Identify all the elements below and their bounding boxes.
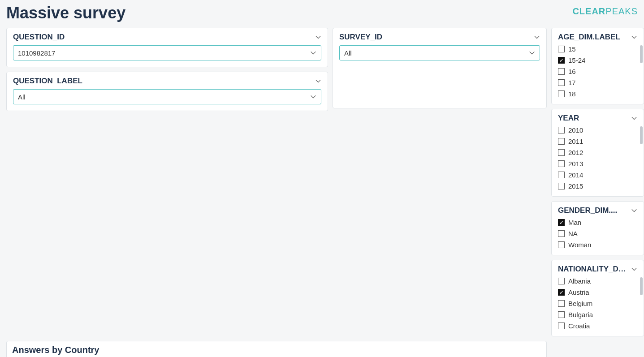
checkbox[interactable] [558, 311, 565, 318]
checkbox[interactable] [558, 183, 565, 189]
checkbox[interactable] [558, 278, 565, 284]
select-value: All [18, 93, 26, 101]
facet-option-label: Woman [568, 241, 591, 249]
checkbox[interactable] [558, 138, 565, 145]
select-value: 1010982817 [18, 49, 55, 57]
chevron-down-icon[interactable] [534, 34, 540, 40]
checkbox[interactable] [558, 323, 565, 329]
facet-option[interactable]: 2012 [558, 149, 637, 156]
filter-question-label: QUESTION_LABEL All [6, 72, 328, 111]
facet-option-label: 18 [568, 90, 576, 98]
question-id-select[interactable]: 1010982817 [13, 45, 321, 60]
facet-option-label: 16 [568, 68, 576, 75]
facet-option-label: Croatia [568, 322, 590, 330]
chevron-down-icon[interactable] [631, 34, 637, 40]
filter-survey-id: SURVEY_ID All [333, 28, 547, 108]
facet-option[interactable]: Bulgaria [558, 311, 637, 318]
facet-option-label: 2011 [568, 138, 583, 145]
facet-option-label: Man [568, 219, 581, 226]
checkbox[interactable] [558, 241, 565, 248]
scrollbar-thumb[interactable] [640, 45, 643, 63]
checkbox[interactable] [558, 300, 565, 307]
facet-nationality: NATIONALITY_D… Albania✓AustriaBelgiumBul… [551, 260, 644, 336]
checkbox[interactable] [558, 68, 565, 75]
facet-option-label: Bulgaria [568, 311, 593, 318]
select-value: All [344, 49, 352, 57]
chevron-down-icon[interactable] [315, 78, 321, 84]
checkbox[interactable] [558, 90, 565, 97]
chevron-down-icon[interactable] [631, 115, 637, 121]
facet-option-label: 15 [568, 45, 576, 53]
facet-option[interactable]: Belgium [558, 300, 637, 307]
checkbox[interactable] [558, 149, 565, 156]
facet-option[interactable]: Croatia [558, 322, 637, 330]
facet-option-label: 15-24 [568, 56, 585, 64]
facet-option[interactable]: NA [558, 230, 637, 237]
scrollbar-thumb[interactable] [640, 126, 643, 144]
checkbox[interactable] [558, 172, 565, 178]
chevron-down-icon[interactable] [631, 207, 637, 214]
filter-label: QUESTION_ID [13, 33, 65, 42]
chevron-down-icon [310, 50, 316, 56]
facet-option[interactable]: 2013 [558, 160, 637, 168]
filter-label: QUESTION_LABEL [13, 77, 82, 86]
facet-age: AGE_DIM.LABEL 15✓15-24161718 [551, 28, 644, 104]
facet-option-label: NA [568, 230, 578, 237]
facet-option-label: 2010 [568, 126, 583, 134]
chevron-down-icon [529, 50, 535, 56]
checkbox[interactable] [558, 79, 565, 86]
facet-option-label: 2012 [568, 149, 583, 156]
facet-option-label: Belgium [568, 300, 592, 307]
question-label-select[interactable]: All [13, 89, 321, 104]
facet-option[interactable]: ✓Man [558, 219, 637, 226]
facet-title: NATIONALITY_D… [558, 265, 626, 274]
facet-option[interactable]: Woman [558, 241, 637, 249]
facet-option-label: 2014 [568, 171, 583, 179]
facet-option[interactable]: 17 [558, 79, 637, 86]
facet-year: YEAR 201020112012201320142015 [551, 109, 644, 197]
facet-option[interactable]: 18 [558, 90, 637, 98]
facet-option[interactable]: Albania [558, 277, 637, 285]
checkbox[interactable] [558, 127, 565, 133]
facet-option-label: 17 [568, 79, 576, 86]
facet-option[interactable]: 15 [558, 45, 637, 53]
facet-option-label: Austria [568, 288, 589, 296]
checkbox[interactable]: ✓ [558, 57, 565, 64]
facet-option-label: Albania [568, 277, 591, 285]
facet-title: AGE_DIM.LABEL [558, 33, 620, 42]
chevron-down-icon[interactable] [315, 34, 321, 40]
survey-id-select[interactable]: All [339, 45, 540, 60]
facet-gender: GENDER_DIM.... ✓ManNAWoman [551, 201, 644, 255]
page-title: Massive survey [6, 4, 125, 22]
filter-question-id: QUESTION_ID 1010982817 [6, 28, 328, 67]
facet-title: GENDER_DIM.... [558, 206, 617, 215]
facet-option[interactable]: 2011 [558, 138, 637, 145]
facet-option[interactable]: 2015 [558, 182, 637, 190]
facet-option[interactable]: 2014 [558, 171, 637, 179]
chevron-down-icon[interactable] [631, 266, 637, 272]
facet-option-label: 2015 [568, 182, 583, 190]
facet-option[interactable]: ✓15-24 [558, 56, 637, 64]
facet-option[interactable]: 2010 [558, 126, 637, 134]
facet-title: YEAR [558, 114, 579, 123]
chart-title: Answers by Country [12, 345, 542, 355]
checkbox[interactable] [558, 160, 565, 167]
facet-option-label: 2013 [568, 160, 583, 168]
checkbox[interactable] [558, 46, 565, 52]
facet-option[interactable]: ✓Austria [558, 288, 637, 296]
checkbox[interactable]: ✓ [558, 219, 565, 226]
filter-label: SURVEY_ID [339, 33, 382, 42]
scrollbar-thumb[interactable] [640, 277, 643, 295]
brand-logo: CLEARPEAKS [572, 4, 638, 17]
chart-answers-by-country: Answers by Country 0%20%40%60%80%100% 38… [6, 341, 547, 357]
chevron-down-icon [310, 94, 316, 100]
checkbox[interactable]: ✓ [558, 289, 565, 296]
checkbox[interactable] [558, 230, 565, 237]
facet-option[interactable]: 16 [558, 68, 637, 75]
